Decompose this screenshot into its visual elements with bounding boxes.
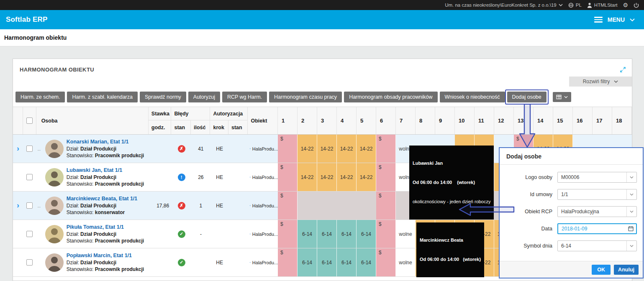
day-cell[interactable]: $ [376, 220, 396, 248]
day-cell[interactable]: 14-22 [337, 135, 357, 163]
day-column-header[interactable]: 2 [298, 107, 317, 134]
toolbar-button[interactable]: Sprawdź normy [140, 92, 186, 102]
day-column-header[interactable]: 5 [357, 107, 376, 134]
day-column-header[interactable]: 11 [475, 107, 494, 134]
data-date-input[interactable]: 2018-01-09 [557, 223, 637, 234]
header-bledy-ilosc[interactable]: ilość [191, 120, 210, 134]
header-stawka[interactable]: Stawka godz. [149, 107, 172, 134]
day-cell[interactable]: 6-14 [317, 220, 337, 248]
day-cell[interactable]: wolne [396, 220, 416, 248]
day-cell[interactable]: wolne [396, 248, 416, 276]
fullscreen-expand-icon[interactable] [620, 66, 626, 74]
ok-button[interactable]: OK [592, 265, 611, 275]
header-bledy[interactable]: Błędy stan ilość [171, 107, 210, 134]
row-checkbox[interactable] [26, 259, 33, 266]
logo-osoby-select[interactable]: M00006 [557, 172, 637, 183]
context-selector[interactable]: Um. na czas nieokreślony\EuroKonkret Sp.… [445, 3, 563, 8]
chevron-down-icon[interactable] [626, 241, 636, 251]
day-column-header[interactable]: 1 [278, 107, 298, 134]
row-checkbox[interactable] [26, 231, 33, 237]
person-name-link[interactable]: Pikuła Tomasz, Etat 1/1 [67, 224, 144, 230]
row-expander[interactable] [13, 248, 23, 276]
day-cell[interactable]: $ [278, 220, 298, 248]
toolbar-button[interactable]: RCP wg Harm. [222, 92, 267, 102]
id-umowy-select[interactable]: 1/1 [557, 189, 637, 200]
toolbar-button[interactable]: Harm. z szabl. kalendarza [67, 92, 138, 102]
row-checkbox[interactable] [26, 174, 33, 180]
day-cell[interactable]: 6-14 [298, 220, 317, 248]
obiekt-rcp-select[interactable]: HalaProdukcyjna [557, 206, 637, 217]
logout-button[interactable] [634, 3, 639, 8]
header-osoba[interactable]: Osoba [36, 107, 149, 134]
row-checkbox[interactable] [26, 202, 33, 209]
toolbar-button[interactable]: Harmonogram czasu pracy [269, 92, 342, 102]
day-cell[interactable] [298, 192, 317, 220]
row-expander[interactable]: › [13, 192, 23, 220]
person-name-link[interactable]: Marcinkiewcz Beata, Etat 1/1 [67, 196, 138, 202]
day-column-header[interactable]: 16 [573, 107, 593, 134]
chevron-down-icon[interactable] [626, 189, 636, 199]
column-settings-button[interactable] [553, 92, 571, 102]
row-expander[interactable]: › [13, 135, 23, 163]
day-cell[interactable]: 6-14 [317, 248, 337, 276]
header-autoryzacja[interactable]: Autoryzacja krok stan [210, 107, 248, 134]
day-cell[interactable]: 14-22 [298, 135, 317, 163]
day-cell[interactable]: $ [376, 135, 396, 163]
expand-filters-button[interactable]: Rozwiń filtry [569, 77, 632, 87]
day-cell[interactable]: $ [278, 192, 298, 220]
row-checkbox[interactable] [26, 146, 33, 152]
day-cell[interactable] [337, 192, 357, 220]
day-cell[interactable]: 14-22 [317, 163, 337, 191]
header-bledy-stan[interactable]: stan [171, 120, 191, 134]
day-cell[interactable]: 6-14 [357, 248, 376, 276]
row-expander[interactable] [13, 163, 23, 191]
day-column-header[interactable]: 3 [317, 107, 337, 134]
cancel-button[interactable]: Anuluj [614, 265, 639, 275]
day-cell[interactable]: $ [278, 163, 298, 191]
day-cell[interactable]: 6-14 [337, 248, 357, 276]
row-expander[interactable] [13, 220, 23, 248]
header-obiekt[interactable]: Obiekt [248, 107, 278, 134]
day-column-header[interactable]: 9 [435, 107, 455, 134]
day-cell[interactable]: 14-22 [317, 135, 337, 163]
day-column-header[interactable]: 6 [376, 107, 396, 134]
day-column-header[interactable]: 18 [612, 107, 632, 134]
header-autoryzacja-krok[interactable]: krok [210, 120, 228, 134]
day-column-header[interactable]: 17 [593, 107, 612, 134]
day-cell[interactable]: 6-14 [357, 220, 376, 248]
day-cell[interactable]: 14-22 [357, 135, 376, 163]
day-column-header[interactable]: 12 [494, 107, 514, 134]
day-cell[interactable] [317, 192, 337, 220]
day-cell[interactable]: $ [376, 248, 396, 276]
select-all-checkbox[interactable] [26, 118, 33, 124]
main-menu-button[interactable]: MENU [594, 16, 635, 23]
day-column-header[interactable]: 4 [337, 107, 357, 134]
person-name-link[interactable]: Konarski Marian, Etat 1/1 [67, 139, 144, 145]
language-selector[interactable]: PL [568, 3, 582, 8]
day-cell[interactable] [357, 192, 376, 220]
toolbar-button[interactable]: Harmonogram obsady pracowników [344, 92, 437, 102]
day-column-header[interactable]: 10 [455, 107, 475, 134]
chevron-down-icon[interactable] [626, 172, 636, 182]
header-autoryzacja-stan[interactable]: stan [228, 120, 247, 134]
day-cell[interactable]: 14-22 [337, 163, 357, 191]
day-cell[interactable]: $ [376, 163, 396, 191]
symbol-dnia-select[interactable]: 6-14 [557, 240, 637, 251]
toolbar-button[interactable]: Wniosek o nieobecność [440, 92, 505, 102]
day-cell[interactable]: $ [376, 192, 396, 220]
day-column-header[interactable]: 15 [553, 107, 573, 134]
day-column-header[interactable]: 8 [416, 107, 435, 134]
toolbar-button[interactable]: Autoryzuj [188, 92, 220, 102]
day-cell[interactable]: 6-14 [298, 248, 317, 276]
toolbar-button[interactable]: Harm. ze schem. [15, 92, 65, 102]
day-column-header[interactable]: 7 [396, 107, 416, 134]
calendar-icon[interactable] [625, 226, 636, 231]
chevron-down-icon[interactable] [626, 207, 636, 217]
day-cell[interactable]: $ [278, 248, 298, 276]
user-menu[interactable]: HTMLStart [587, 3, 618, 8]
day-column-header[interactable]: 14 [534, 107, 553, 134]
day-cell[interactable]: $ [278, 135, 298, 163]
toolbar-button[interactable]: Dodaj osobe [507, 92, 547, 102]
day-cell[interactable]: 14-22 [298, 163, 317, 191]
settings-button[interactable]: ⚙ [623, 2, 628, 8]
